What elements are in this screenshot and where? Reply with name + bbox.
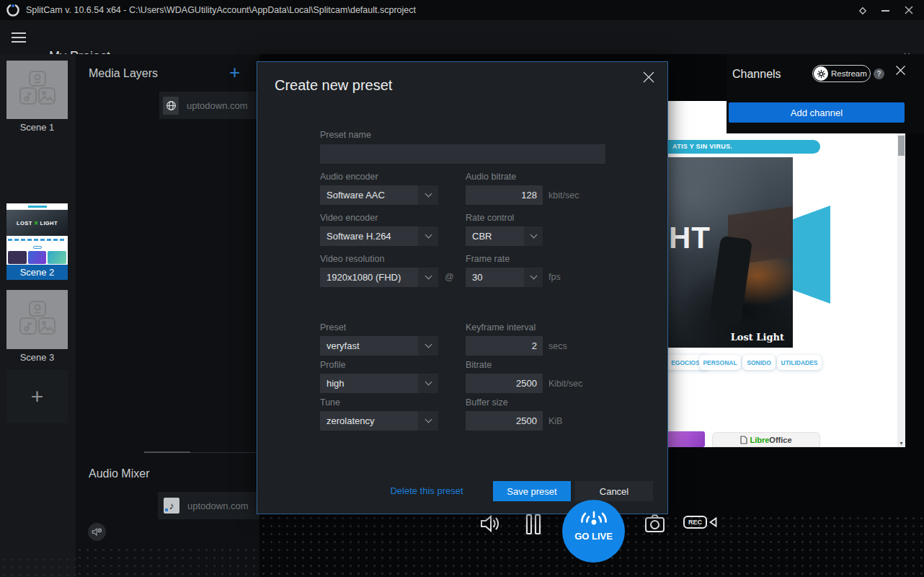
thumb-tiles [6,250,68,265]
lost-light-logo-icon: ✕ [34,220,39,226]
category-chip[interactable]: UTILIDADES [777,355,822,370]
scene-2-thumbnail[interactable]: LOST ✕ LIGHT [6,203,68,265]
chevron-down-icon [418,185,438,205]
restream-label: Restream [831,69,867,78]
bitrate-unit: Kibit/sec [548,379,582,389]
rate-control-label: Rate control [466,213,514,223]
create-preset-dialog: Create new preset Preset name Audio enco… [257,61,668,514]
camera-snapshot-button[interactable] [644,513,665,534]
frame-rate-label: Frame rate [466,254,510,264]
close-window-button[interactable] [905,6,913,14]
splitcam-window: SplitCam v. 10.6.54 x64 - C:\Users\WDAGU… [0,0,924,577]
chevron-down-icon [418,374,438,393]
add-channel-button[interactable]: Add channel [729,102,905,123]
save-preset-button[interactable]: Save preset [493,481,571,501]
help-button[interactable]: ? [874,69,884,79]
pause-icon[interactable] [525,514,541,535]
title-bar: SplitCam v. 10.6.54 x64 - C:\Users\WDAGU… [0,0,924,20]
scene-1-label[interactable]: Scene 1 [0,122,74,133]
dialog-title: Create new preset [275,77,392,94]
hero-soldier-silhouette [709,235,752,325]
document-icon [740,436,747,444]
minimize-button[interactable] [881,10,889,12]
hamburger-menu-icon[interactable] [12,32,26,43]
libreoffice-office: Office [769,436,791,444]
mute-button[interactable] [88,523,106,541]
restream-button[interactable]: Restream [812,65,871,82]
buffer-size-input[interactable]: 2500 [466,411,543,431]
chevron-down-icon [418,336,438,356]
category-chip[interactable]: PERSONAL [699,355,741,370]
profile-select[interactable]: high [320,374,438,393]
speaker-icon[interactable] [479,513,501,534]
tune-select[interactable]: zerolatency [320,411,438,431]
keyframe-interval-input[interactable]: 2 [466,336,543,356]
restream-gear-badge [814,66,828,81]
audio-bitrate-label: Audio bitrate [466,172,516,182]
scroll-down-arrow[interactable]: ▾ [897,440,905,446]
scene-2-label[interactable]: Scene 2 [6,265,68,280]
scrollbar-thumb[interactable] [898,136,905,156]
broadcast-icon [577,505,610,529]
frame-rate-select[interactable]: 30 [466,268,543,287]
frame-rate-unit: fps [548,272,561,282]
category-chip[interactable]: SONIDO [742,355,776,370]
media-layers-panel: Media Layers + uptodown.com ⋯ [76,54,259,577]
profile-label: Profile [320,360,345,370]
audio-bitrate-unit: kbit/sec [548,190,579,201]
game-hero-image: HT Lost Light [667,157,793,348]
video-encoder-label: Video encoder [320,213,378,223]
camcorder-lens-icon [708,516,717,528]
rate-control-select[interactable]: CBR [466,226,543,246]
preset-name-input[interactable] [320,144,605,164]
media-layers-title: Media Layers [89,67,158,80]
plus-icon: + [31,384,44,409]
add-layer-button[interactable]: + [229,61,240,84]
page-scrollbar[interactable]: ▾ [897,133,905,447]
media-audio-tile: ♪ [164,498,179,514]
thumb-hero-word2: LIGHT [40,220,58,226]
hero-title-fragment: HT [669,221,711,255]
video-resolution-select[interactable]: 1920x1080 (FHD) [320,268,438,287]
window-title: SplitCam v. 10.6.54 x64 - C:\Users\WDAGU… [26,5,416,15]
delete-preset-link[interactable]: Delete this preset [355,485,499,496]
scene-placeholder-icon [17,301,58,337]
site-banner: ATIS Y SIN VIRUS. [667,140,820,154]
bitrate-input[interactable]: 2500 [466,374,543,393]
pin-icon[interactable] [858,6,867,15]
at-symbol: @ [445,272,454,282]
thumb-nav-strip [6,236,68,244]
web-source-tile [163,97,179,115]
chevron-down-icon [524,226,543,246]
video-encoder-select[interactable]: Software H.264 [320,226,438,246]
app-thumbnail[interactable] [667,431,705,447]
scene-placeholder-icon [17,71,58,107]
scene-3-label[interactable]: Scene 3 [0,352,74,363]
thumb-hero-word1: LOST [17,220,32,226]
record-button[interactable]: REC [683,516,717,529]
scene-3-thumbnail[interactable] [6,290,68,349]
go-live-button[interactable]: GO LIVE [562,500,625,563]
audio-encoder-select[interactable]: Software AAC [320,185,438,205]
resize-grip[interactable] [144,452,190,453]
thumb-mid-strip [6,244,68,250]
add-scene-button[interactable]: + [6,370,68,423]
preset-label: Preset [320,322,346,332]
preset-select[interactable]: veryfast [320,336,438,356]
libreoffice-card[interactable]: LibreOffice [712,432,820,447]
bitrate-label: Bitrate [466,360,492,370]
cyan-ribbon [793,206,830,304]
video-resolution-label: Video resolution [320,254,384,264]
audio-bitrate-input[interactable]: 128 [466,185,543,205]
gear-icon [817,69,826,79]
layer-name: uptodown.com [187,100,263,111]
close-dialog-button[interactable] [642,71,655,84]
close-channels-button[interactable] [895,65,906,76]
app-header: My Project STREAM SETTINGS [0,20,924,54]
chevron-down-icon [418,411,438,431]
cancel-button[interactable]: Cancel [575,481,653,501]
audio-badge [165,508,168,511]
scene-1-thumbnail[interactable] [6,61,68,119]
chevron-down-icon [418,226,438,246]
chevron-down-icon [524,268,543,287]
